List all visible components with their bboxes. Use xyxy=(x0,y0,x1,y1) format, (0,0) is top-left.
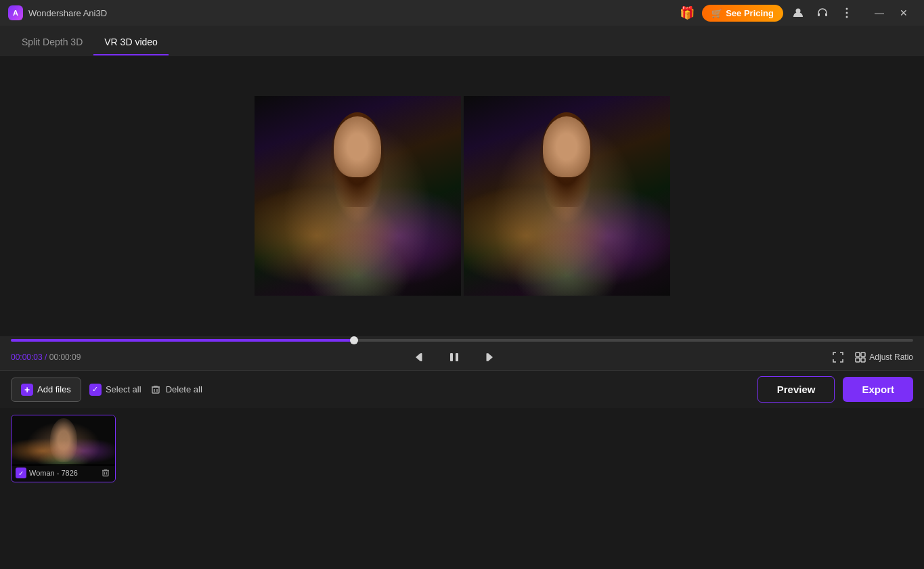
adjust-ratio-button[interactable]: Adjust Ratio xyxy=(855,352,913,363)
svg-rect-15 xyxy=(861,358,865,362)
menu-icon-button[interactable] xyxy=(837,3,856,22)
delete-all-container[interactable]: Delete all xyxy=(150,384,202,396)
video-panel-left-inner xyxy=(255,96,461,296)
window-controls: — ✕ xyxy=(867,3,916,22)
file-checkbox[interactable]: ✓ xyxy=(16,468,26,478)
headset-icon-button[interactable] xyxy=(813,3,832,22)
adjust-ratio-label: Adjust Ratio xyxy=(869,352,913,362)
file-list: ✓ Woman - 7826 xyxy=(0,408,924,569)
select-all-container[interactable]: ✓ Select all xyxy=(89,384,141,396)
close-icon: ✕ xyxy=(900,7,908,18)
svg-rect-13 xyxy=(861,352,865,357)
video-panel-right-inner xyxy=(464,96,670,296)
tabs: Split Depth 3D VR 3D video xyxy=(0,26,924,55)
thumbnail-figure xyxy=(50,418,77,462)
add-files-label: Add files xyxy=(37,384,71,394)
file-delete-icon[interactable] xyxy=(100,468,111,478)
pause-button[interactable] xyxy=(444,347,464,367)
woman-head-right xyxy=(543,116,590,177)
svg-rect-9 xyxy=(456,353,458,361)
user-icon-button[interactable] xyxy=(789,3,808,22)
svg-rect-11 xyxy=(487,353,489,361)
select-all-label: Select all xyxy=(106,384,141,394)
controls-right: Adjust Ratio xyxy=(828,347,913,367)
app-title: Wondershare Ani3D xyxy=(28,8,678,18)
bottom-toolbar: + Add files ✓ Select all Delete all Prev… xyxy=(0,370,924,408)
time-display: 00:00:03 / 00:00:09 xyxy=(11,352,81,362)
see-pricing-button[interactable]: 🛒 See Pricing xyxy=(702,5,783,22)
video-panel-right xyxy=(464,96,670,296)
file-card[interactable]: ✓ Woman - 7826 xyxy=(11,415,116,482)
fullscreen-button[interactable] xyxy=(828,347,848,367)
add-files-button[interactable]: + Add files xyxy=(11,378,81,402)
delete-all-label: Delete all xyxy=(166,384,202,394)
cart-icon: 🛒 xyxy=(711,8,722,18)
gift-icon[interactable]: 🎁 xyxy=(678,3,697,22)
time-separator: / xyxy=(45,352,49,362)
svg-rect-14 xyxy=(856,358,860,362)
svg-rect-19 xyxy=(103,471,108,476)
preview-area xyxy=(0,55,924,336)
title-actions: 🎁 🛒 See Pricing xyxy=(678,3,916,22)
woman-head-left xyxy=(334,116,381,177)
see-pricing-label: See Pricing xyxy=(726,8,774,18)
svg-rect-2 xyxy=(825,13,827,16)
svg-point-3 xyxy=(846,8,848,10)
skip-back-button[interactable] xyxy=(410,347,431,367)
titlebar: A Wondershare Ani3D 🎁 🛒 See Pricing xyxy=(0,0,924,26)
svg-rect-12 xyxy=(856,352,860,357)
file-card-bottom: ✓ Woman - 7826 xyxy=(12,464,115,482)
app-logo: A xyxy=(8,5,23,20)
close-button[interactable]: ✕ xyxy=(892,3,916,22)
svg-point-5 xyxy=(846,16,848,18)
seek-handle xyxy=(350,336,358,344)
export-button[interactable]: Export xyxy=(843,377,913,402)
current-time: 00:00:03 xyxy=(11,352,43,362)
svg-rect-8 xyxy=(450,353,453,361)
minimize-icon: — xyxy=(875,7,884,18)
tab-split-depth-3d[interactable]: Split Depth 3D xyxy=(11,30,93,55)
seek-bar-fill xyxy=(11,339,354,342)
svg-rect-1 xyxy=(818,13,820,16)
video-panel-left xyxy=(255,96,461,296)
total-time: 00:00:09 xyxy=(49,352,81,362)
svg-rect-16 xyxy=(152,387,159,393)
delete-icon xyxy=(150,384,162,396)
seek-bar[interactable] xyxy=(11,339,913,342)
video-preview xyxy=(255,96,670,296)
svg-point-4 xyxy=(846,12,848,14)
minimize-button[interactable]: — xyxy=(867,3,892,22)
controls-center xyxy=(410,347,498,367)
playback-controls: 00:00:03 / 00:00:09 xyxy=(11,347,913,367)
tab-vr-3d-video[interactable]: VR 3D video xyxy=(93,30,169,55)
select-all-checkbox[interactable]: ✓ xyxy=(89,384,102,396)
file-name: Woman - 7826 xyxy=(29,469,97,477)
svg-marker-6 xyxy=(416,353,420,361)
skip-forward-button[interactable] xyxy=(478,347,498,367)
playback-bar: 00:00:03 / 00:00:09 xyxy=(0,336,924,370)
svg-marker-10 xyxy=(488,353,493,361)
file-thumbnail xyxy=(12,415,115,466)
plus-icon: + xyxy=(21,384,33,396)
svg-rect-7 xyxy=(420,353,422,361)
preview-button[interactable]: Preview xyxy=(757,376,835,403)
